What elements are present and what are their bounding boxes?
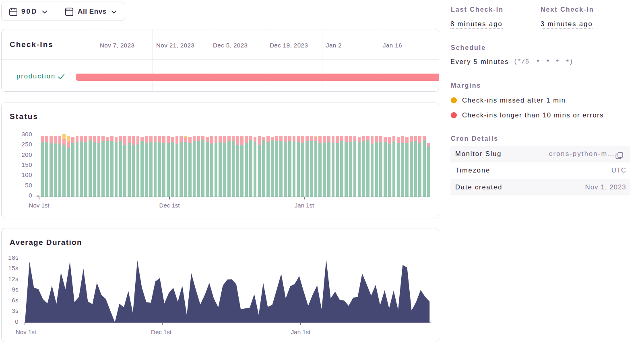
svg-text:0: 0 [29, 192, 32, 199]
svg-text:12s: 12s [8, 275, 19, 282]
svg-text:0: 0 [15, 318, 19, 325]
svg-text:18s: 18s [8, 254, 19, 261]
svg-text:3s: 3s [12, 307, 19, 314]
svg-text:9s: 9s [12, 286, 19, 293]
svg-text:200: 200 [21, 151, 32, 158]
svg-text:Nov 1st: Nov 1st [16, 329, 37, 335]
svg-text:15s: 15s [8, 265, 19, 271]
svg-text:50: 50 [25, 182, 32, 189]
svg-text:100: 100 [21, 171, 32, 178]
svg-text:6s: 6s [12, 297, 19, 304]
svg-text:Dec 1st: Dec 1st [151, 329, 172, 335]
svg-text:150: 150 [21, 161, 32, 168]
svg-text:250: 250 [21, 141, 32, 148]
svg-text:300: 300 [21, 131, 32, 138]
svg-text:Nov 1st: Nov 1st [29, 202, 50, 209]
svg-text:Jan 1st: Jan 1st [291, 329, 311, 335]
svg-text:Dec 1st: Dec 1st [159, 202, 180, 209]
svg-text:Jan 1st: Jan 1st [295, 202, 314, 209]
